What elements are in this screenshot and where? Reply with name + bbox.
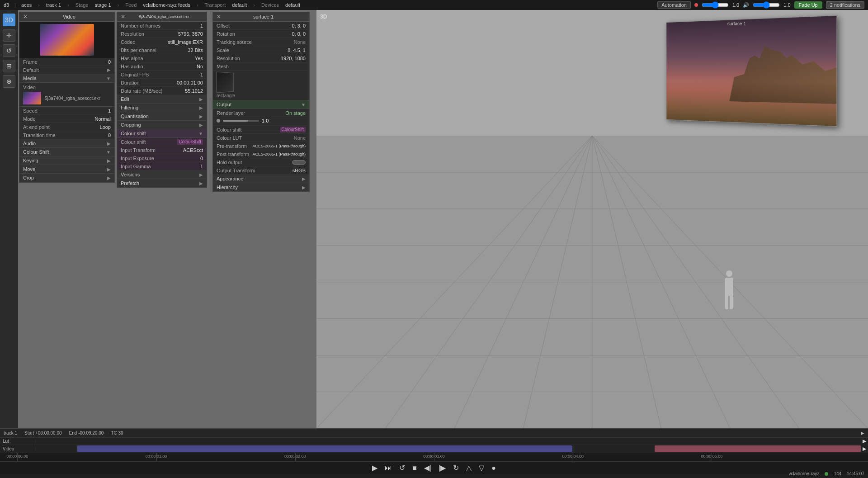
data-rate-label: Data rate (MB/sec) [121, 88, 162, 94]
pre-transform-row: Pre-transform ACES-2065-1 (Pass-through) [213, 142, 309, 150]
input-exposure-row: Input Exposure 0 [117, 154, 207, 162]
keying-section-header[interactable]: Keying ▶ [19, 156, 114, 165]
toolbar-grid-button[interactable]: ⊞ [3, 60, 15, 72]
menu-aces[interactable]: aces [21, 2, 32, 8]
track-info-row: track 1 Start +00:00:00.00 End -00:09:20… [0, 429, 868, 438]
output-transform-label: Output Transform [217, 168, 255, 173]
default-expand-icon[interactable]: ▶ [107, 67, 111, 72]
move-label: Move [23, 166, 35, 172]
crop-label: Crop [23, 175, 34, 180]
panel-surface-header: ✕ surface 1 [213, 12, 309, 22]
video-clip-main[interactable] [77, 445, 572, 452]
panel-surface-close-icon[interactable]: ✕ [217, 14, 221, 20]
ruler-line-5 [712, 453, 712, 461]
crop-section-header[interactable]: Crop ▶ [19, 174, 114, 182]
fade-up-button[interactable]: Fade Up [794, 1, 822, 9]
notifications-button[interactable]: 2 notifications [826, 1, 864, 9]
prev-frame-button[interactable]: ◀| [424, 464, 431, 472]
loop-button[interactable]: ↻ [453, 464, 459, 472]
mark-in-button[interactable]: △ [466, 464, 472, 472]
file-colour-shift-row: Colour shift ColourShift [117, 138, 207, 146]
pre-transform-label: Pre-transform [217, 143, 247, 149]
versions-section-header[interactable]: Versions ▶ [117, 170, 207, 179]
panel-close-icon[interactable]: ✕ [23, 14, 28, 20]
hold-output-row: Hold output [213, 158, 309, 166]
duration-value: 00:00:01.00 [177, 80, 203, 85]
panel-surface: ✕ surface 1 Offset 0, 3, 0 Rotation 0, 0… [212, 12, 310, 192]
speed-value: 1 [108, 108, 111, 114]
post-transform-label: Post-transform [217, 151, 249, 157]
timeline-scroll-right[interactable]: ▶ [861, 431, 864, 435]
appearance-section-header[interactable]: Appearance ▶ [213, 175, 309, 183]
rewind-button[interactable]: ↺ [399, 464, 405, 472]
at-end-row: At end point Loop [19, 123, 114, 131]
move-expand-icon: ▶ [107, 167, 111, 172]
move-section-header[interactable]: Move ▶ [19, 165, 114, 174]
cropping-expand-icon: ▶ [199, 123, 203, 128]
hierarchy-section-header[interactable]: Hierarchy ▶ [213, 183, 309, 192]
filtering-section-header[interactable]: Filtering ▶ [117, 104, 207, 112]
quantisation-expand-icon: ▶ [199, 114, 203, 119]
scale-row: Scale 8, 4.5, 1 [213, 46, 309, 54]
menu-stage1[interactable]: stage 1 [94, 2, 111, 8]
toolbar-move-button[interactable]: ✛ [3, 29, 15, 42]
media-thumb-icon [23, 92, 41, 104]
has-alpha-row: Has alpha Yes [117, 54, 207, 62]
marker-button[interactable]: ● [491, 464, 496, 472]
transport-slider1[interactable] [702, 1, 729, 9]
audio-section-header[interactable]: Audio ▶ [19, 139, 114, 148]
lut-label: Lut [0, 439, 36, 444]
toolbar-3d-button[interactable]: 3D [3, 14, 15, 26]
media-section-header[interactable]: Media ▼ [19, 74, 114, 83]
menu-devices-label: Devices [261, 2, 279, 8]
slider-dot-icon [217, 119, 220, 123]
post-transform-row: Post-transform ACES-2065-1 (Pass-through… [213, 150, 309, 158]
track-label: track 1 [4, 431, 17, 435]
surface-resolution-row: Resolution 1920, 1080 [213, 54, 309, 62]
output-label: Output [217, 102, 231, 107]
figure-body [725, 278, 733, 296]
video-lane-expand[interactable]: ▶ [861, 446, 868, 452]
offset-value: 0, 3, 0 [292, 23, 306, 28]
original-fps-value: 1 [200, 72, 203, 77]
prefetch-section-header[interactable]: Prefetch ▶ [117, 179, 207, 188]
toolbar-globe-button[interactable]: ⊕ [3, 75, 15, 88]
colour-shift-file-section-header[interactable]: Colour shift ▼ [117, 129, 207, 138]
play-forward-button[interactable]: ⏭ [385, 464, 392, 472]
figure-leg-left [725, 296, 728, 309]
output-section-header[interactable]: Output ▼ [213, 100, 309, 109]
mark-out-button[interactable]: ▽ [479, 464, 484, 472]
toolbar-rotate-button[interactable]: ↺ [3, 44, 15, 57]
tracking-source-row: Tracking source None [213, 38, 309, 46]
video-content[interactable] [36, 445, 861, 453]
quantisation-section-header[interactable]: Quantisation ▶ [117, 112, 207, 121]
menu-transport[interactable]: default [232, 2, 247, 8]
panel-video: ✕ Video Frame 0 Default ▶ Media ▼ Video … [19, 12, 115, 183]
render-layer-slider[interactable] [223, 120, 259, 122]
input-transform-value: ACEScct [183, 147, 203, 153]
transport-slider2[interactable] [753, 1, 780, 9]
next-frame-button[interactable]: |▶ [439, 464, 446, 472]
original-fps-row: Original FPS 1 [117, 71, 207, 79]
stop-button[interactable]: ■ [412, 464, 417, 472]
edit-section-header[interactable]: Edit ▶ [117, 95, 207, 104]
cropping-label: Cropping [121, 122, 141, 128]
panel-file-close-icon[interactable]: ✕ [121, 14, 125, 20]
lut-lane-expand[interactable]: ▶ [861, 438, 868, 444]
bits-per-channel-label: Bits per channel [121, 47, 156, 53]
menu-track[interactable]: track 1 [46, 2, 61, 8]
topbar-right: Automation 1.0 🔊 1.0 Fade Up 2 notificat… [657, 1, 864, 9]
cropping-section-header[interactable]: Cropping ▶ [117, 121, 207, 129]
versions-expand-icon: ▶ [199, 172, 203, 177]
menu-devices[interactable]: default [285, 2, 300, 8]
filtering-expand-icon: ▶ [199, 105, 203, 110]
mesh-rectangle-preview [216, 71, 234, 93]
play-button[interactable]: ▶ [372, 464, 377, 472]
colour-shift-section-header[interactable]: Colour Shift ▼ [19, 148, 114, 156]
colour-lut-row: Colour LUT None [213, 134, 309, 142]
hold-output-toggle[interactable] [292, 160, 306, 165]
automation-button[interactable]: Automation [657, 1, 691, 9]
viewport-3d[interactable]: surface 1 3D [316, 10, 868, 428]
menu-feed[interactable]: vclaiborne-rayz feeds [143, 2, 190, 8]
video-clip-secondary[interactable] [655, 445, 861, 452]
